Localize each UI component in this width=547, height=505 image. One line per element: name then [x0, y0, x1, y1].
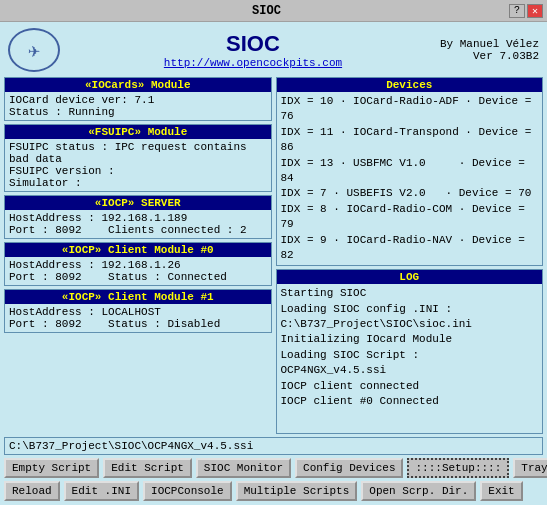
device-item-3: IDX = 7 · USBEFIS V2.0 · Device = 70	[281, 186, 539, 201]
log-section: LOG Starting SIOC Loading SIOC config .I…	[276, 269, 544, 434]
main-window: ✈ SIOC http://www.opencockpits.com By Ma…	[0, 22, 547, 505]
right-column: Devices IDX = 10 · IOCard-Radio-ADF · De…	[276, 77, 544, 434]
logo: ✈	[8, 28, 60, 72]
iocards-header: «IOCards» Module	[5, 78, 271, 92]
iocp-server-section: «IOCP» SERVER HostAddress : 192.168.1.18…	[4, 195, 272, 239]
log-body: Starting SIOC Loading SIOC config .INI :…	[277, 284, 543, 433]
fsuipc-header: «FSUIPC» Module	[5, 125, 271, 139]
iocp-client1-header: «IOCP» Client Module #1	[5, 290, 271, 304]
help-button[interactable]: ?	[509, 4, 525, 18]
config-devices-button[interactable]: Config Devices	[295, 458, 403, 478]
devices-body: IDX = 10 · IOCard-Radio-ADF · Device = 7…	[277, 92, 543, 265]
byline: By Manuel Vélez	[440, 38, 539, 50]
titlebar: SIOC ? ✕	[0, 0, 547, 22]
iocp-server-port: Port : 8092 Clients connected : 2	[9, 224, 267, 236]
iocp-server-body: HostAddress : 192.168.1.189 Port : 8092 …	[5, 210, 271, 238]
device-item-5: IDX = 9 · IOCard-Radio-NAV · Device = 82	[281, 233, 539, 264]
iocp-server-header: «IOCP» SERVER	[5, 196, 271, 210]
edit-ini-button[interactable]: Edit .INI	[64, 481, 139, 501]
iocp-console-button[interactable]: IOCPConsole	[143, 481, 232, 501]
empty-script-button[interactable]: Empty Script	[4, 458, 99, 478]
log-line-4: Loading SIOC Script :	[281, 348, 537, 363]
iocards-section: «IOCards» Module IOCard device ver: 7.1 …	[4, 77, 272, 121]
iocp-client1-body: HostAddress : LOCALHOST Port : 8092 Stat…	[5, 304, 271, 332]
log-line-1: Loading SIOC config .INI :	[281, 302, 537, 317]
left-column: «IOCards» Module IOCard device ver: 7.1 …	[4, 77, 272, 434]
app-title: SIOC	[66, 31, 440, 57]
log-line-0: Starting SIOC	[281, 286, 537, 301]
tray-button[interactable]: Tray	[513, 458, 547, 478]
log-line-5: OCP4NGX_v4.5.ssi	[281, 363, 537, 378]
iocp-client1-section: «IOCP» Client Module #1 HostAddress : LO…	[4, 289, 272, 333]
exit-button[interactable]: Exit	[480, 481, 522, 501]
close-button[interactable]: ✕	[527, 4, 543, 18]
content-area: «IOCards» Module IOCard device ver: 7.1 …	[4, 77, 543, 434]
devices-section: Devices IDX = 10 · IOCard-Radio-ADF · De…	[276, 77, 544, 266]
iocp-client0-header: «IOCP» Client Module #0	[5, 243, 271, 257]
buttons-row2: Reload Edit .INI IOCPConsole Multiple Sc…	[4, 481, 543, 501]
iocp-client1-host: HostAddress : LOCALHOST	[9, 306, 267, 318]
iocp-client0-section: «IOCP» Client Module #0 HostAddress : 19…	[4, 242, 272, 286]
iocp-client0-body: HostAddress : 192.168.1.26 Port : 8092 S…	[5, 257, 271, 285]
log-line-3: Initializing IOcard Module	[281, 332, 537, 347]
log-line-7: IOCP client #0 Connected	[281, 394, 537, 409]
header: ✈ SIOC http://www.opencockpits.com By Ma…	[4, 26, 543, 74]
edit-script-button[interactable]: Edit Script	[103, 458, 192, 478]
device-item-1: IDX = 11 · IOCard-Transpond · Device = 8…	[281, 125, 539, 156]
device-item-0: IDX = 10 · IOCard-Radio-ADF · Device = 7…	[281, 94, 539, 125]
header-right: By Manuel Vélez Ver 7.03B2	[440, 38, 539, 62]
app-url[interactable]: http://www.opencockpits.com	[66, 57, 440, 69]
iocards-status: Status : Running	[9, 106, 267, 118]
plane-icon: ✈	[28, 38, 40, 63]
log-header: LOG	[277, 270, 543, 284]
fsuipc-version: FSUIPC version :	[9, 165, 267, 177]
fsuipc-body: FSUIPC status : IPC request contains bad…	[5, 139, 271, 191]
open-scrp-dir-button[interactable]: Open Scrp. Dir.	[361, 481, 476, 501]
reload-button[interactable]: Reload	[4, 481, 60, 501]
titlebar-title: SIOC	[24, 4, 509, 18]
header-center: SIOC http://www.opencockpits.com	[66, 31, 440, 69]
log-line-2: C:\B737_Project\SIOC\sioc.ini	[281, 317, 537, 332]
iocards-body: IOCard device ver: 7.1 Status : Running	[5, 92, 271, 120]
buttons-row1: Empty Script Edit Script SIOC Monitor Co…	[4, 458, 543, 478]
fsuipc-simulator: Simulator :	[9, 177, 267, 189]
filepath-value: C:\B737_Project\SIOC\OCP4NGX_v4.5.ssi	[9, 440, 253, 452]
fsuipc-status: FSUIPC status : IPC request contains bad…	[9, 141, 267, 165]
iocp-client1-port: Port : 8092 Status : Disabled	[9, 318, 267, 330]
fsuipc-section: «FSUIPC» Module FSUIPC status : IPC requ…	[4, 124, 272, 192]
log-line-6: IOCP client connected	[281, 379, 537, 394]
version: Ver 7.03B2	[440, 50, 539, 62]
sioc-monitor-button[interactable]: SIOC Monitor	[196, 458, 291, 478]
device-item-4: IDX = 8 · IOCard-Radio-COM · Device = 79	[281, 202, 539, 233]
log-content[interactable]: Starting SIOC Loading SIOC config .INI :…	[281, 286, 539, 431]
devices-header: Devices	[277, 78, 543, 92]
iocp-client0-host: HostAddress : 192.168.1.26	[9, 259, 267, 271]
iocp-client0-port: Port : 8092 Status : Connected	[9, 271, 267, 283]
setup-button[interactable]: ::::Setup::::	[407, 458, 509, 478]
iocp-server-host: HostAddress : 192.168.1.189	[9, 212, 267, 224]
filepath-bar: C:\B737_Project\SIOC\OCP4NGX_v4.5.ssi	[4, 437, 543, 455]
device-item-2: IDX = 13 · USBFMC V1.0 · Device = 84	[281, 156, 539, 187]
titlebar-buttons: ? ✕	[509, 4, 543, 18]
iocards-device-ver: IOCard device ver: 7.1	[9, 94, 267, 106]
multiple-scripts-button[interactable]: Multiple Scripts	[236, 481, 358, 501]
